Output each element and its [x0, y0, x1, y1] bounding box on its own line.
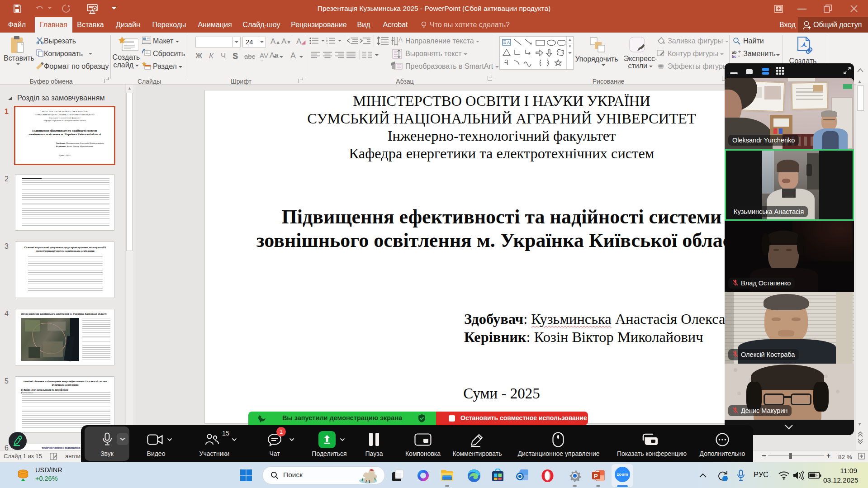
svg-text:A: A [507, 40, 510, 45]
svg-text:ac: ac [732, 54, 736, 58]
svg-text:P: P [594, 473, 598, 479]
svg-text:A: A [398, 36, 403, 43]
svg-text:3: 3 [326, 43, 328, 45]
